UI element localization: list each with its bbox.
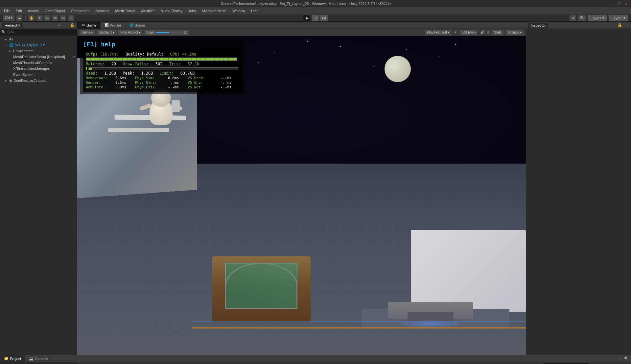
menu-file[interactable]: File — [1, 8, 12, 13]
game-viewport: [F1] help 60fps (16.7ms) Quality: Defaul… — [77, 36, 526, 355]
menu-mixed-reality[interactable]: Mixed Reality — [158, 8, 185, 13]
environment-label: Environment — [13, 49, 34, 53]
undo-button[interactable]: ↺ — [569, 15, 576, 21]
window-controls[interactable]: — ☐ ✕ — [609, 1, 628, 6]
cloud-button[interactable]: ☁ — [16, 15, 23, 21]
tree-arrow-icon: ▸ — [5, 37, 9, 41]
step-button[interactable]: ⏭ — [320, 15, 328, 21]
star-3 — [340, 46, 341, 47]
tree-arrow-icon: ▾ — [5, 43, 9, 47]
hierarchy-search-input[interactable] — [7, 30, 76, 34]
hierarchy-tab[interactable]: Hierarchy — [2, 23, 23, 28]
scene-options-icon[interactable]: ⋮ — [72, 43, 77, 47]
minimize-button[interactable]: — — [609, 1, 614, 6]
cm-button[interactable]: CM ▾ — [3, 15, 15, 21]
tris-val: 37.1k — [188, 62, 199, 66]
tree-item-mesh-emulator[interactable]: MeshEmulatorSetup [NoUpload] ✏ — [0, 54, 77, 60]
layout-dropdown[interactable]: Layout ▾ — [609, 15, 628, 21]
menu-help[interactable]: Help — [248, 8, 261, 13]
menu-assets[interactable]: Assets — [25, 8, 41, 13]
phys-sim-val: 0.6ms — [168, 76, 184, 80]
menu-meshxp[interactable]: MeshXP — [138, 8, 157, 13]
tab-game[interactable]: 🎮 Game — [77, 22, 101, 29]
event-system-label: EventSystem — [13, 73, 35, 77]
view-options-icon[interactable]: ⋮ — [519, 23, 524, 28]
tab-profiler[interactable]: 📊 Profiler — [101, 22, 126, 29]
search-button[interactable]: 🔍 — [578, 15, 586, 21]
transform-tool[interactable]: ⊡ — [68, 15, 74, 21]
tree-item-xr-manager[interactable]: XRInteractionManager — [0, 66, 77, 72]
menu-component[interactable]: Component — [68, 8, 92, 13]
mem-bar-fill — [89, 68, 92, 70]
menu-gameobject[interactable]: GameObject — [42, 8, 68, 13]
bottom-add-button[interactable]: + — [617, 356, 622, 361]
astronaut — [140, 89, 182, 145]
stats-button[interactable]: Stats — [492, 30, 504, 35]
scale-control[interactable]: Scale 1x — [144, 30, 189, 35]
webslate-label: WebSlate: — [86, 85, 112, 89]
eye-icon: 👁 — [454, 30, 457, 35]
menu-mesh-toolkit[interactable]: Mesh Toolkit — [113, 8, 138, 13]
display-number-label: Display 1 — [99, 31, 112, 34]
maximize-button[interactable]: ☐ — [617, 1, 621, 6]
move-tool[interactable]: ✛ — [36, 15, 43, 21]
display-number-dropdown[interactable]: Display 1 ▾ — [96, 30, 117, 35]
tree-item-dontdestroy[interactable]: ▸ ◉ DontDestroyOnLoad ⋮ — [0, 78, 77, 83]
dontdestroy-label: DontDestroyOnLoad — [13, 79, 46, 82]
tree-arrow-icon: ▸ — [9, 49, 13, 53]
menu-edit[interactable]: Edit — [13, 8, 25, 13]
peak-val: 1.2GB — [141, 71, 153, 76]
speaker-icon: 🔊 — [480, 30, 485, 34]
scale-tool[interactable]: ⊞ — [52, 15, 58, 21]
menu-jobs[interactable]: Jobs — [186, 8, 199, 13]
star-4 — [258, 62, 259, 63]
display-dropdown[interactable]: Game ▾ — [79, 30, 95, 35]
tree-item-environment[interactable]: ▸ Environment — [0, 48, 77, 54]
pause-button[interactable]: ⏸ — [312, 15, 319, 21]
mesh-emulator-pen-icon[interactable]: ✏ — [73, 55, 77, 59]
thumbnail-camera-label: MeshThumbnailCamera — [13, 61, 52, 65]
inspector-tab[interactable]: Inspector — [528, 23, 548, 28]
scale-value: 1x — [183, 31, 187, 34]
tree-item-all[interactable]: ▸ All — [0, 36, 77, 42]
hierarchy-options-button[interactable]: ⋮ — [63, 23, 68, 28]
layers-dropdown[interactable]: Layers ▾ — [588, 15, 607, 21]
star-6 — [373, 66, 374, 66]
help-text: [F1] help — [83, 41, 241, 48]
play-focused-dropdown[interactable]: Play Focused ▾ — [425, 30, 452, 35]
hand-tool[interactable]: ✋ — [28, 15, 35, 21]
inspector-options-button[interactable]: ⋮ — [624, 23, 629, 28]
hierarchy-lock-icon[interactable]: 🔒 — [70, 23, 75, 28]
scene-tab-icon: 🌐 — [129, 23, 133, 27]
fps-value: 60fps (16.7ms) — [86, 52, 119, 57]
tab-scene[interactable]: 🌐 Scene — [126, 22, 149, 29]
bottom-search-button[interactable]: 🔍 — [624, 356, 629, 361]
play-controls: ▶ ⏸ ⏭ — [303, 15, 328, 21]
aspect-dropdown[interactable]: Free Aspect ▾ — [118, 30, 142, 35]
menu-services[interactable]: Services — [93, 8, 112, 13]
play-button[interactable]: ▶ — [303, 15, 311, 21]
inspector-lock-button[interactable]: 🔒 — [617, 23, 622, 28]
profiler-tab-icon: 📊 — [105, 23, 108, 27]
tree-item-thumbnail-camera[interactable]: MeshThumbnailCamera — [0, 60, 77, 66]
game-toolbar: Game ▾ Display 1 ▾ Free Aspect ▾ Scale 1… — [77, 29, 526, 36]
close-button[interactable]: ✕ — [624, 1, 628, 6]
tab-console[interactable]: 💻 Console — [25, 355, 52, 362]
phys-sync-val: -.-ms — [168, 80, 184, 85]
hierarchy-search-bar[interactable]: 🔍 — [0, 29, 77, 35]
tab-project[interactable]: 📁 Project — [0, 355, 25, 362]
rotate-tool[interactable]: ↻ — [44, 15, 51, 21]
gizmos-button[interactable]: Gizmos ▾ — [506, 30, 524, 35]
tree-item-scene[interactable]: ▾ 🌐 Sci_Fi_Layout_03* ⋮ — [0, 42, 77, 48]
toolbar-divider-1 — [25, 15, 26, 21]
eye-dropdown[interactable]: Left Eye ▾ — [459, 30, 479, 35]
menu-window[interactable]: Window — [230, 8, 248, 13]
scale-slider[interactable] — [156, 32, 182, 33]
menu-microsoft-mesh[interactable]: Microsoft Mesh — [199, 8, 229, 13]
hierarchy-add-button[interactable]: + — [57, 23, 62, 28]
tree-item-event-system[interactable]: EventSystem — [0, 72, 77, 78]
hierarchy-panel: Hierarchy + ⋮ 🔒 🔍 ▸ All ▾ 🌐 Sci_Fi_Layou… — [0, 22, 77, 355]
rect-tool[interactable]: ▭ — [60, 15, 66, 21]
dontdestroy-options-icon[interactable]: ⋮ — [72, 79, 77, 83]
behaviour-val: 0.6ms — [115, 76, 132, 80]
